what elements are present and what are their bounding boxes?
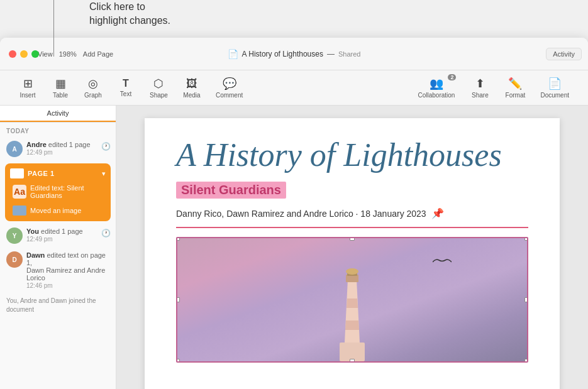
avatar-dawn: D	[6, 251, 23, 268]
maximize-button[interactable]	[31, 50, 39, 58]
page-group-header[interactable]: PAGE 1 ▾	[5, 166, 111, 181]
share-label: Share	[472, 92, 489, 99]
handle-mid-right[interactable]	[524, 297, 528, 302]
svg-marker-3	[347, 299, 358, 308]
view-menu[interactable]: View	[38, 50, 53, 58]
document-title-text: A History of Lighthouses	[176, 137, 528, 173]
image-change-icon	[13, 205, 26, 216]
change-item-text[interactable]: Aa Edited text: Silent Guardians	[5, 181, 111, 202]
collaboration-button[interactable]: 👥 Collaboration 2	[411, 74, 461, 101]
avatar-you: Y	[6, 227, 23, 244]
sidebar-tab-activity[interactable]: Activity	[0, 106, 116, 122]
activity-name-andre: Andre	[26, 141, 47, 148]
zoom-display[interactable]: 198%	[59, 50, 77, 58]
shape-label: Shape	[150, 92, 168, 99]
title-bar: View 198% Add Page 📄 A History of Lighth…	[0, 38, 588, 70]
chevron-down-icon: ▾	[102, 170, 106, 178]
sidebar-section-today: TODAY	[0, 123, 116, 137]
handle-bot-mid[interactable]	[350, 359, 355, 363]
activity-time-andre: 12:49 pm	[26, 149, 109, 156]
text-icon: T	[123, 78, 129, 89]
insert-icon: ⊞	[23, 77, 33, 90]
shape-button[interactable]: ⬡ Shape	[143, 74, 174, 101]
bird-svg	[433, 257, 452, 266]
comment-button[interactable]: 💬 Comment	[209, 74, 249, 101]
traffic-lights	[0, 50, 39, 58]
close-button[interactable]	[9, 50, 16, 58]
change-label-text: Edited text: Silent Guardians	[30, 184, 106, 199]
svg-marker-1	[345, 280, 360, 342]
media-label: Media	[183, 92, 200, 99]
activity-desc-you: edited 1 page	[41, 227, 83, 235]
activity-desc-dawn2: Dawn Ramirez and Andre Lorico	[26, 266, 109, 282]
minimize-button[interactable]	[20, 50, 28, 58]
app-window: View 198% Add Page 📄 A History of Lighth…	[0, 38, 588, 389]
format-button[interactable]: ✏️ Format	[499, 74, 531, 101]
activity-tab[interactable]: Activity	[546, 48, 582, 60]
title-bar-center: 📄 A History of Lighthouses — Shared	[228, 49, 361, 59]
text-change-icon: Aa	[13, 185, 26, 199]
clock-icon-andre: 🕐	[101, 142, 111, 151]
svg-marker-2	[345, 321, 359, 330]
table-icon: ▦	[55, 77, 66, 90]
graph-label: Graph	[84, 92, 102, 99]
document-area[interactable]: A History of Lighthouses Silent Guardian…	[116, 106, 588, 389]
handle-bot-right[interactable]	[524, 359, 528, 363]
join-notice: You, Andre and Dawn joined the document	[0, 293, 116, 318]
graph-icon: ◎	[88, 77, 98, 90]
avatar-andre: A	[6, 141, 23, 157]
document-icon: 📄	[228, 49, 238, 59]
sidebar-tabs: Activity	[0, 106, 116, 123]
document-image-wrapper[interactable]	[176, 237, 528, 363]
clock-icon-you: 🕐	[101, 229, 111, 238]
pin-icon: 📌	[431, 208, 444, 219]
format-label: Format	[506, 92, 526, 99]
page-label: PAGE 1	[28, 170, 102, 177]
document-subtitle[interactable]: Silent Guardians	[176, 182, 286, 199]
media-button[interactable]: 🖼 Media	[177, 75, 207, 101]
change-item-image[interactable]: Moved an image	[5, 202, 111, 219]
handle-top-left[interactable]	[176, 237, 180, 241]
authors-text: Danny Rico, Dawn Ramirez and Andre Loric…	[176, 209, 426, 219]
change-label-image: Moved an image	[30, 207, 81, 214]
graph-button[interactable]: ◎ Graph	[78, 74, 108, 101]
document-label: Document	[540, 92, 569, 99]
collaboration-label: Collaboration	[418, 92, 455, 99]
activity-item-you: Y You edited 1 page 12:49 pm 🕐	[0, 224, 116, 248]
format-icon: ✏️	[508, 77, 522, 90]
handle-mid-left[interactable]	[176, 297, 180, 302]
document-image[interactable]	[176, 237, 528, 363]
handle-top-mid[interactable]	[350, 237, 355, 241]
media-icon: 🖼	[186, 77, 197, 90]
activity-desc-andre: edited 1 page	[48, 141, 91, 148]
table-label: Table	[53, 92, 68, 99]
shape-icon: ⬡	[153, 77, 164, 90]
comment-icon: 💬	[223, 77, 236, 90]
table-button[interactable]: ▦ Table	[45, 74, 75, 101]
tooltip-line	[53, 0, 54, 57]
activity-name-dawn: Dawn	[26, 251, 45, 259]
shared-badge: Shared	[338, 50, 360, 58]
collaboration-badge: 2	[448, 74, 456, 80]
text-button[interactable]: T Text	[111, 75, 141, 100]
activity-item-andre: A Andre edited 1 page 12:49 pm 🕐	[0, 137, 116, 161]
document-title: A History of Lighthouses	[242, 50, 323, 58]
insert-button[interactable]: ⊞ Insert	[13, 74, 43, 101]
handle-bot-left[interactable]	[176, 359, 180, 363]
share-button[interactable]: ⬆ Share	[463, 74, 496, 101]
handle-top-right[interactable]	[524, 237, 528, 241]
document-button[interactable]: 📄 Document	[534, 74, 575, 101]
tooltip-callout: Click here to highlight changes.	[89, 0, 170, 28]
activity-item-dawn: D Dawn edited text on page 1, Dawn Ramir…	[0, 248, 116, 293]
content-area: Activity TODAY A Andre edited 1 page 12:…	[0, 106, 588, 389]
add-page-button[interactable]: Add Page	[83, 50, 113, 58]
authors-line: Danny Rico, Dawn Ramirez and Andre Loric…	[176, 207, 528, 228]
title-separator: —	[327, 50, 335, 58]
text-label: Text	[120, 90, 131, 97]
activity-time-you: 12:49 pm	[26, 236, 109, 243]
share-icon: ⬆	[475, 77, 485, 90]
page-group: PAGE 1 ▾ Aa Edited text: Silent Guardian…	[5, 163, 111, 221]
activity-name-you: You	[26, 227, 39, 235]
document-page: A History of Lighthouses Silent Guardian…	[145, 118, 560, 389]
document-icon: 📄	[548, 77, 562, 90]
